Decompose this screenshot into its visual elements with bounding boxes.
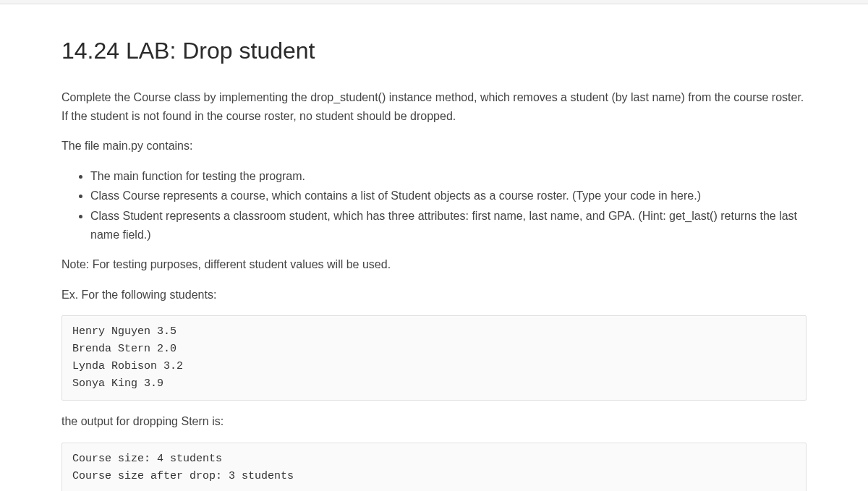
- list-item: Class Student represents a classroom stu…: [90, 207, 807, 244]
- list-item: Class Course represents a course, which …: [90, 187, 807, 205]
- page-title: 14.24 LAB: Drop student: [61, 33, 807, 68]
- note-paragraph: Note: For testing purposes, different st…: [61, 255, 807, 274]
- example-intro: Ex. For the following students:: [61, 286, 807, 304]
- file-paragraph: The file main.py contains:: [61, 137, 807, 155]
- code-block-output: Course size: 4 students Course size afte…: [61, 443, 807, 491]
- bullet-list: The main function for testing the progra…: [61, 167, 807, 244]
- code-block-students: Henry Nguyen 3.5 Brenda Stern 2.0 Lynda …: [61, 315, 807, 401]
- content-container: 14.24 LAB: Drop student Complete the Cou…: [22, 4, 846, 491]
- output-intro: the output for dropping Stern is:: [61, 412, 807, 431]
- intro-paragraph: Complete the Course class by implementin…: [61, 88, 807, 125]
- list-item: The main function for testing the progra…: [90, 167, 807, 186]
